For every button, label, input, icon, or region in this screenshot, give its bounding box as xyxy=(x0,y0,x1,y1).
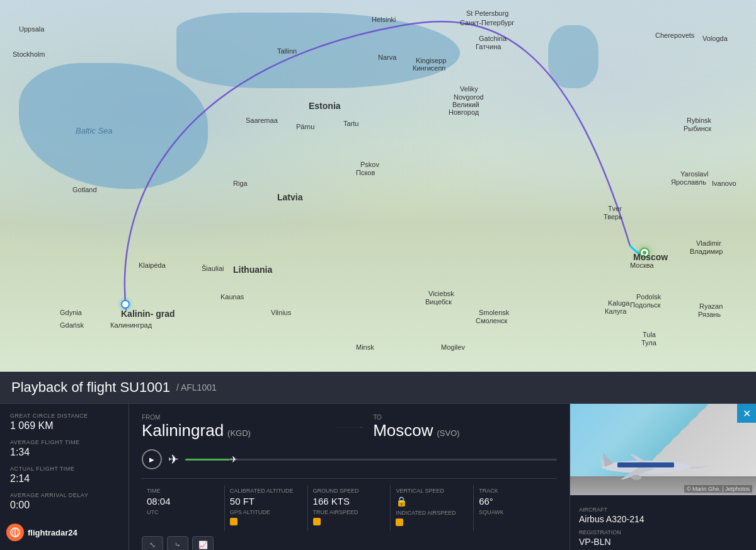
photo-credit: © Marin Ghe. | Jetphotos xyxy=(684,485,752,493)
route-arrow: · · · · · · · · → xyxy=(336,425,363,430)
gs-value: 166 KTS xyxy=(313,496,386,507)
time-value: 08:04 xyxy=(147,496,219,507)
playback-progress xyxy=(185,459,230,461)
to-block: TO Moscow (SVO) xyxy=(373,414,557,440)
vs-value: 🔒 xyxy=(396,496,468,507)
logo-text: flightradar24 xyxy=(28,528,77,537)
track-cell: TRACK 66° SQUAWK xyxy=(474,485,557,531)
stats-panel: GREAT CIRCLE DISTANCE 1 069 KM AVERAGE F… xyxy=(0,404,129,550)
logo-area: flightradar24 xyxy=(6,524,77,541)
avg-delay-stat: AVERAGE ARRIVAL DELAY 0:00 xyxy=(10,492,118,511)
vs-label: VERTICAL SPEED xyxy=(396,488,468,494)
flight-info: FROM Kaliningrad (KGD) · · · · · · · · →… xyxy=(129,404,570,550)
destination-marker xyxy=(639,248,650,258)
time-label: TIME xyxy=(147,488,219,494)
to-city: Moscow xyxy=(373,421,433,440)
origin-marker xyxy=(121,300,130,309)
plane-on-bar: ✈ xyxy=(230,454,238,464)
alt-sub: GPS ALTITUDE xyxy=(230,509,302,515)
aircraft-photo: © Marin Ghe. | Jetphotos ✕ xyxy=(570,404,756,495)
time-unit: UTC xyxy=(147,509,219,515)
from-block: FROM Kaliningrad (KGD) xyxy=(142,414,326,440)
avg-time-stat: AVERAGE FLIGHT TIME 1:34 xyxy=(10,439,118,458)
dashed-arrow: · · · · · · · · → xyxy=(336,425,363,430)
track-value: 66° xyxy=(479,496,552,507)
avg-time-value: 1:34 xyxy=(10,447,118,458)
from-to-row: FROM Kaliningrad (KGD) · · · · · · · · →… xyxy=(142,414,557,440)
reg-label: REGISTRATION xyxy=(579,529,747,536)
from-label: FROM xyxy=(142,414,326,421)
flightradar-logo-icon xyxy=(6,524,24,541)
aircraft-name: Airbus A320-214 xyxy=(579,514,747,524)
vertspeed-cell: VERTICAL SPEED 🔒 INDICATED AIRSPEED xyxy=(391,485,474,531)
map-area[interactable]: HelsinkiSt PetersburgСанкт-ПетербургGatc… xyxy=(0,0,756,372)
actual-time-stat: ACTUAL FLIGHT TIME 2:14 xyxy=(10,466,118,484)
gs-lock-icon xyxy=(313,518,321,525)
aircraft-info: AIRCRAFT Airbus A320-214 REGISTRATION VP… xyxy=(570,495,756,550)
flight-subtitle: / AFL1001 xyxy=(176,382,217,392)
bottom-content: GREAT CIRCLE DISTANCE 1 069 KM AVERAGE F… xyxy=(0,404,756,550)
control-buttons: ⤡ ⤷ 📈 xyxy=(142,536,557,550)
playback-row: ▶ ✈ ✈ xyxy=(142,449,557,469)
flight-path-svg xyxy=(0,0,756,372)
aircraft-label: AIRCRAFT xyxy=(579,507,747,513)
plane-icon: ✈ xyxy=(168,452,179,467)
distance-stat: GREAT CIRCLE DISTANCE 1 069 KM xyxy=(10,413,118,432)
gs-sub: TRUE AIRSPEED xyxy=(313,509,386,515)
groundspeed-cell: GROUND SPEED 166 KTS TRUE AIRSPEED xyxy=(308,485,391,531)
track-label: TRACK xyxy=(479,488,552,494)
distance-value: 1 069 KM xyxy=(10,420,118,432)
flight-data-grid: TIME 08:04 UTC CALIBRATED ALTITUDE 50 FT… xyxy=(142,478,557,531)
distance-label: GREAT CIRCLE DISTANCE xyxy=(10,413,118,419)
reg-value: VP-BLN xyxy=(579,537,747,547)
alt-lock-icon xyxy=(230,518,238,525)
aircraft-panel: © Marin Ghe. | Jetphotos ✕ AIRCRAFT Airb… xyxy=(570,404,756,550)
avg-time-label: AVERAGE FLIGHT TIME xyxy=(10,439,118,445)
alt-value: 50 FT xyxy=(230,496,302,507)
flight-title: Playback of flight SU1001 xyxy=(11,379,170,396)
from-code: (KGD) xyxy=(227,428,251,438)
route-button[interactable]: ⤷ xyxy=(167,536,188,550)
bottom-panel: Playback of flight SU1001 / AFL1001 GREA… xyxy=(0,372,756,550)
aircraft-silhouette xyxy=(583,445,709,483)
svg-point-5 xyxy=(631,475,641,480)
actual-time-label: ACTUAL FLIGHT TIME xyxy=(10,466,118,472)
alt-label: CALIBRATED ALTITUDE xyxy=(230,488,302,494)
time-cell: TIME 08:04 UTC xyxy=(142,485,225,531)
altitude-cell: CALIBRATED ALTITUDE 50 FT GPS ALTITUDE xyxy=(225,485,308,531)
track-sub: SQUAWK xyxy=(479,509,552,515)
to-code: (SVO) xyxy=(437,428,460,438)
chart-button[interactable]: 📈 xyxy=(192,536,214,550)
to-label: TO xyxy=(373,414,557,421)
expand-button[interactable]: ⤡ xyxy=(142,536,163,550)
from-city: Kaliningrad xyxy=(142,421,224,440)
close-icon: ✕ xyxy=(743,408,751,420)
vs-sub: INDICATED AIRSPEED xyxy=(396,510,468,516)
close-panel-button[interactable]: ✕ xyxy=(737,404,756,423)
flight-header: Playback of flight SU1001 / AFL1001 xyxy=(0,372,756,404)
actual-time-value: 2:14 xyxy=(10,473,118,484)
play-button[interactable]: ▶ xyxy=(142,449,162,469)
gs-label: GROUND SPEED xyxy=(313,488,386,494)
svg-rect-4 xyxy=(617,462,674,467)
playback-bar[interactable]: ✈ xyxy=(185,459,557,461)
avg-delay-value: 0:00 xyxy=(10,500,118,511)
vs-lock-icon xyxy=(396,518,403,526)
avg-delay-label: AVERAGE ARRIVAL DELAY xyxy=(10,492,118,498)
